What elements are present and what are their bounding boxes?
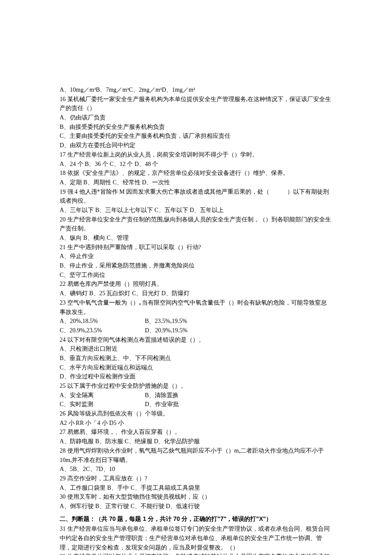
option: B、清除置换 bbox=[145, 391, 179, 400]
text-line: C、坚守工作岗位 bbox=[60, 270, 332, 280]
text-line: 18 依据《安'全生产法》、的规定，京产经营单位必须对安全设备进行（）维护、保养… bbox=[60, 169, 332, 178]
text-line: A、停止作业 bbox=[60, 252, 332, 261]
option: C、实时监测 bbox=[60, 400, 145, 409]
text-line: 25 以下属于作业过程中安全防护措施的是（）。 bbox=[60, 381, 332, 391]
option: A、20%,18.5% bbox=[60, 317, 145, 326]
text-line: D、由双方在委托合同中约定 bbox=[60, 141, 332, 150]
text-line: 29 高空作业时，工具应放在（）? bbox=[60, 474, 332, 483]
text-line: A、仍由该厂负责 bbox=[60, 113, 332, 122]
text-line: A、10mg／m³B、7mg／m³C、2mg／m³D、1mg／m³ bbox=[60, 85, 332, 95]
text-line: 23 空气中氧气含量一般为（）｡当有限空间内空气中氧含量低于（）时会有缺氧的危险… bbox=[60, 298, 332, 317]
section-title: 二、判断题：（共 70 题，每题 1 分，共计 70 分，正确的打"7"，错误的… bbox=[60, 514, 332, 524]
text-line: 20 生产经营单位安全生产责任制的范围,纵向到各级人员的安全生产责任制，（）到各… bbox=[60, 215, 332, 233]
text-line: 22 易燃仓库内严禁使用（）照明灯具。 bbox=[60, 279, 332, 289]
text-line: 28 使用气焊焊割动火作业时，氧气瓶与乙炔气瓶间距应不小于（）m,二者距动火作业… bbox=[60, 446, 332, 465]
text-line: 24 以下对有限空间气体检测点布置描述错误的是（）。 bbox=[60, 335, 332, 345]
text-line: A、5B、2C、7D、10 bbox=[60, 465, 332, 474]
text-line: B、由接受委托的安全生产服务机构负责 bbox=[60, 122, 332, 132]
option: B、23.5%,19.5% bbox=[145, 317, 187, 326]
text-line: A、定期 B、周期性 C、经常性 D、一次性 bbox=[60, 178, 332, 187]
option: D、作业审批 bbox=[145, 400, 179, 409]
text-line: A、只检测进出口附近 bbox=[60, 344, 332, 354]
text-line: A、24 个 B、36 个 C、12 个 D、48 个 bbox=[60, 160, 332, 169]
text-line: A、防静电服 B、防水服 C、绝缘服 D、化学品防护服 bbox=[60, 437, 332, 446]
text-line: 27 易燃易、爆环境，、作业人百应穿着（）。 bbox=[60, 427, 332, 437]
text-line: A、倒车行驶 B、正常行驶 C、不能行驶 D、低速行驶 bbox=[60, 502, 332, 511]
option: A、安全隔离 bbox=[60, 391, 145, 400]
text-line: A2 小 RR 小「4 小 D5 小 bbox=[60, 418, 332, 428]
option-row: A、安全隔离B、清除置换 bbox=[60, 391, 332, 400]
option-row: A、20%,18.5%B、23.5%,19.5% bbox=[60, 317, 332, 326]
text-line: A、三年以下 B、三年以上七年以下 C、五年以下 D、五年以上 bbox=[60, 206, 332, 215]
option: C、20.9%,23.5% bbox=[60, 326, 145, 335]
text-line: 32 生产经营单位可以与从业人员订立协议，免除或者减轻其对从业人员因生产安全事故… bbox=[60, 552, 332, 555]
option-row: C、实时监测D、作业审批 bbox=[60, 400, 332, 409]
text-line: 21 生产中遇到特别严重险情，职工可以采取（）行动? bbox=[60, 243, 332, 252]
text-line: A、碘钨灯 B、25 瓦白炽灯 C、日光灯 D、防爆灯 bbox=[60, 289, 332, 298]
text-line: D、作业过程中应检测作业面 bbox=[60, 372, 332, 381]
text-line: B、垂直方向应检测上、中、下不同检测点 bbox=[60, 354, 332, 363]
text-line: A、纵向 B、横向 C、管理 bbox=[60, 233, 332, 243]
option-row: C、20.9%,23.5%D、20.9%,19.5% bbox=[60, 326, 332, 335]
text-line: 17 生产经营单位新上岗的从业人员，岗前安全培训时间不得少于（）学时。 bbox=[60, 150, 332, 160]
text-line: 30 使用叉车时，如有大型货物挡住驾驶员视线时，应（） bbox=[60, 492, 332, 502]
text-line: B、停止作业，采用紧急防范措施，并撤离危险岗位 bbox=[60, 261, 332, 270]
option: D、20.9%,19.5% bbox=[145, 326, 187, 335]
text-line: C、主要由接受委托的安全生产服务机构负责，该厂承担相应责任 bbox=[60, 131, 332, 141]
text-line: C、水平方向应检测近端点和远端点 bbox=[60, 363, 332, 372]
text-line: 26 风险等级从高到低依次有（）个等级。 bbox=[60, 409, 332, 418]
text-line: 16 某机械厂委托一家安全生产服务机构为本单位提供安全生产管理服务,在这种情况下… bbox=[60, 95, 332, 113]
text-line: 31 生产经营单位应当与承包单位、承租单位签订专门的安全生产管理协议，或者在承包… bbox=[60, 524, 332, 552]
text-line: 19 强 4 他人违*冒险作 M 因而发求重大伤亡事故或者造成其他严重后果的，处… bbox=[60, 187, 332, 206]
text-line: A、工作服口袋里 B、手中 C、手提工具箱或工具袋里 bbox=[60, 483, 332, 493]
